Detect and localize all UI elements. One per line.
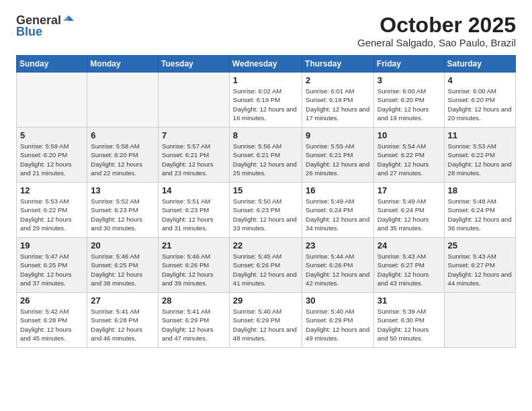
table-row: 21Sunrise: 5:46 AM Sunset: 6:26 PM Dayli…	[158, 238, 229, 293]
location-title: General Salgado, Sao Paulo, Brazil	[357, 37, 516, 48]
header-saturday: Saturday	[444, 56, 515, 73]
table-row: 29Sunrise: 5:40 AM Sunset: 6:29 PM Dayli…	[229, 293, 302, 348]
day-info: Sunrise: 5:44 AM Sunset: 6:26 PM Dayligh…	[306, 252, 370, 287]
header-wednesday: Wednesday	[229, 56, 302, 73]
day-info: Sunrise: 5:47 AM Sunset: 6:25 PM Dayligh…	[20, 252, 83, 287]
logo: General Blue	[16, 13, 76, 39]
table-row: 27Sunrise: 5:41 AM Sunset: 6:28 PM Dayli…	[87, 293, 159, 348]
day-number: 14	[162, 185, 226, 195]
day-number: 1	[233, 75, 298, 85]
day-info: Sunrise: 5:52 AM Sunset: 6:23 PM Dayligh…	[91, 197, 154, 232]
table-row: 22Sunrise: 5:45 AM Sunset: 6:26 PM Dayli…	[229, 238, 302, 293]
day-info: Sunrise: 5:45 AM Sunset: 6:26 PM Dayligh…	[233, 252, 298, 287]
day-info: Sunrise: 5:49 AM Sunset: 6:24 PM Dayligh…	[378, 197, 441, 232]
day-info: Sunrise: 5:39 AM Sunset: 6:30 PM Dayligh…	[378, 307, 441, 342]
day-info: Sunrise: 5:48 AM Sunset: 6:24 PM Dayligh…	[448, 197, 512, 232]
day-number: 4	[448, 75, 512, 85]
day-number: 2	[306, 75, 370, 85]
day-number: 3	[378, 75, 441, 85]
day-info: Sunrise: 5:43 AM Sunset: 6:27 PM Dayligh…	[448, 252, 512, 287]
table-row: 11Sunrise: 5:53 AM Sunset: 6:22 PM Dayli…	[444, 128, 515, 183]
header-sunday: Sunday	[17, 56, 87, 73]
logo-blue: Blue	[16, 25, 42, 39]
day-info: Sunrise: 5:46 AM Sunset: 6:25 PM Dayligh…	[91, 252, 154, 287]
table-row: 31Sunrise: 5:39 AM Sunset: 6:30 PM Dayli…	[373, 293, 444, 348]
day-info: Sunrise: 6:00 AM Sunset: 6:20 PM Dayligh…	[448, 87, 512, 122]
table-row: 20Sunrise: 5:46 AM Sunset: 6:25 PM Dayli…	[87, 238, 159, 293]
day-number: 19	[20, 240, 83, 250]
day-info: Sunrise: 5:53 AM Sunset: 6:22 PM Dayligh…	[20, 197, 83, 232]
table-row: 12Sunrise: 5:53 AM Sunset: 6:22 PM Dayli…	[17, 183, 87, 238]
day-number: 20	[91, 240, 154, 250]
table-row: 7Sunrise: 5:57 AM Sunset: 6:21 PM Daylig…	[158, 128, 229, 183]
calendar-week-row: 1Sunrise: 6:02 AM Sunset: 6:19 PM Daylig…	[17, 73, 516, 128]
header: General Blue October 2025 General Salgad…	[16, 13, 516, 48]
day-number: 17	[378, 185, 441, 195]
day-number: 23	[306, 240, 370, 250]
svg-marker-1	[63, 15, 69, 21]
table-row: 23Sunrise: 5:44 AM Sunset: 6:26 PM Dayli…	[302, 238, 374, 293]
day-info: Sunrise: 5:50 AM Sunset: 6:23 PM Dayligh…	[233, 197, 298, 232]
header-monday: Monday	[87, 56, 159, 73]
table-row: 24Sunrise: 5:43 AM Sunset: 6:27 PM Dayli…	[373, 238, 444, 293]
table-row: 8Sunrise: 5:56 AM Sunset: 6:21 PM Daylig…	[229, 128, 302, 183]
page: General Blue October 2025 General Salgad…	[0, 0, 532, 411]
calendar-week-row: 12Sunrise: 5:53 AM Sunset: 6:22 PM Dayli…	[17, 183, 516, 238]
day-number: 22	[233, 240, 298, 250]
day-number: 30	[306, 295, 370, 306]
table-row: 19Sunrise: 5:47 AM Sunset: 6:25 PM Dayli…	[17, 238, 87, 293]
table-row: 6Sunrise: 5:58 AM Sunset: 6:20 PM Daylig…	[87, 128, 159, 183]
table-row: 18Sunrise: 5:48 AM Sunset: 6:24 PM Dayli…	[444, 183, 515, 238]
calendar-week-row: 26Sunrise: 5:42 AM Sunset: 6:28 PM Dayli…	[17, 293, 516, 348]
day-info: Sunrise: 6:01 AM Sunset: 6:19 PM Dayligh…	[306, 87, 370, 122]
table-row: 28Sunrise: 5:41 AM Sunset: 6:29 PM Dayli…	[158, 293, 229, 348]
day-info: Sunrise: 5:57 AM Sunset: 6:21 PM Dayligh…	[162, 142, 226, 177]
day-number: 28	[162, 295, 226, 306]
table-row: 5Sunrise: 5:59 AM Sunset: 6:20 PM Daylig…	[17, 128, 87, 183]
table-row: 10Sunrise: 5:54 AM Sunset: 6:22 PM Dayli…	[373, 128, 444, 183]
table-row: 15Sunrise: 5:50 AM Sunset: 6:23 PM Dayli…	[229, 183, 302, 238]
table-row: 26Sunrise: 5:42 AM Sunset: 6:28 PM Dayli…	[17, 293, 87, 348]
day-number: 11	[448, 130, 512, 140]
day-info: Sunrise: 5:49 AM Sunset: 6:24 PM Dayligh…	[306, 197, 370, 232]
day-number: 9	[306, 130, 370, 140]
header-tuesday: Tuesday	[158, 56, 229, 73]
table-row: 2Sunrise: 6:01 AM Sunset: 6:19 PM Daylig…	[302, 73, 374, 128]
day-info: Sunrise: 5:40 AM Sunset: 6:29 PM Dayligh…	[306, 307, 370, 342]
day-number: 26	[20, 295, 83, 306]
day-info: Sunrise: 5:43 AM Sunset: 6:27 PM Dayligh…	[378, 252, 441, 287]
svg-marker-0	[69, 15, 74, 21]
day-info: Sunrise: 5:58 AM Sunset: 6:20 PM Dayligh…	[91, 142, 154, 177]
day-info: Sunrise: 6:00 AM Sunset: 6:20 PM Dayligh…	[378, 87, 441, 122]
day-info: Sunrise: 5:59 AM Sunset: 6:20 PM Dayligh…	[20, 142, 83, 177]
day-number: 7	[162, 130, 226, 140]
table-row: 4Sunrise: 6:00 AM Sunset: 6:20 PM Daylig…	[444, 73, 515, 128]
day-info: Sunrise: 5:51 AM Sunset: 6:23 PM Dayligh…	[162, 197, 226, 232]
day-number: 16	[306, 185, 370, 195]
day-number: 5	[20, 130, 83, 140]
day-number: 6	[91, 130, 154, 140]
day-number: 15	[233, 185, 298, 195]
day-info: Sunrise: 5:46 AM Sunset: 6:26 PM Dayligh…	[162, 252, 226, 287]
table-row: 17Sunrise: 5:49 AM Sunset: 6:24 PM Dayli…	[373, 183, 444, 238]
calendar-week-row: 19Sunrise: 5:47 AM Sunset: 6:25 PM Dayli…	[17, 238, 516, 293]
day-number: 24	[378, 240, 441, 250]
table-row: 1Sunrise: 6:02 AM Sunset: 6:19 PM Daylig…	[229, 73, 302, 128]
day-info: Sunrise: 5:54 AM Sunset: 6:22 PM Dayligh…	[378, 142, 441, 177]
title-block: October 2025 General Salgado, Sao Paulo,…	[357, 13, 516, 48]
day-number: 29	[233, 295, 298, 306]
calendar-header-row: Sunday Monday Tuesday Wednesday Thursday…	[17, 56, 516, 73]
day-number: 8	[233, 130, 298, 140]
header-thursday: Thursday	[302, 56, 374, 73]
day-info: Sunrise: 5:53 AM Sunset: 6:22 PM Dayligh…	[448, 142, 512, 177]
header-friday: Friday	[373, 56, 444, 73]
day-number: 27	[91, 295, 154, 306]
month-title: October 2025	[357, 13, 516, 37]
table-row: 25Sunrise: 5:43 AM Sunset: 6:27 PM Dayli…	[444, 238, 515, 293]
table-row	[158, 73, 229, 128]
logo-flag-icon	[62, 14, 75, 28]
day-info: Sunrise: 5:41 AM Sunset: 6:28 PM Dayligh…	[91, 307, 154, 342]
calendar-week-row: 5Sunrise: 5:59 AM Sunset: 6:20 PM Daylig…	[17, 128, 516, 183]
day-number: 31	[378, 295, 441, 306]
table-row	[17, 73, 87, 128]
